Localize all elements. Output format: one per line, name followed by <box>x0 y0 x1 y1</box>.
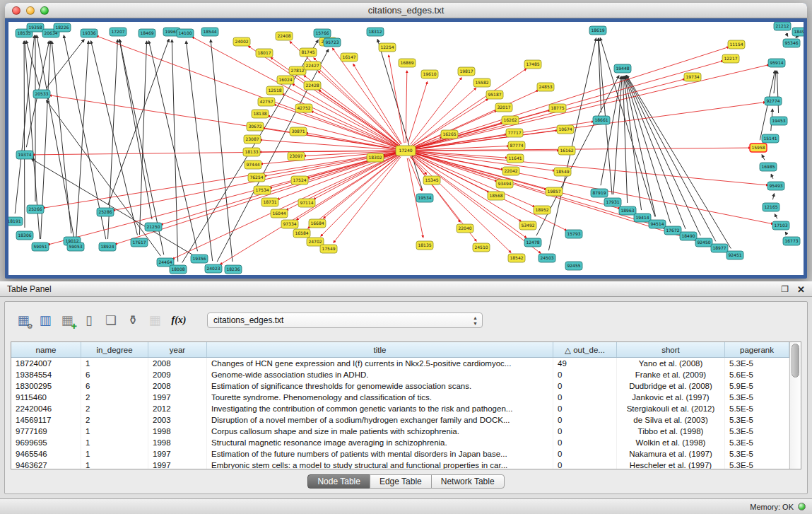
network-node[interactable]: 16584 <box>293 229 310 238</box>
network-node[interactable]: 87919 <box>591 189 608 197</box>
network-node[interactable]: 32017 <box>495 103 512 112</box>
network-node[interactable]: 17485 <box>524 60 541 69</box>
network-node[interactable]: 16773 <box>783 237 800 245</box>
network-node[interactable]: 15958 <box>750 144 767 152</box>
network-node[interactable]: 12518 <box>266 86 283 95</box>
network-node[interactable]: 30672 <box>247 122 264 131</box>
network-node[interactable]: 76254 <box>248 173 265 182</box>
network-node[interactable]: 24510 <box>473 243 490 252</box>
network-node[interactable]: 97444 <box>245 160 261 169</box>
network-node[interactable]: 18490 <box>680 232 697 240</box>
table-row[interactable]: 1456911722003Disruption of a novel membe… <box>11 414 789 426</box>
network-node[interactable]: 87774 <box>508 141 525 150</box>
network-node[interactable]: 16265 <box>441 130 458 139</box>
network-node[interactable]: 92774 <box>765 97 782 105</box>
network-node[interactable]: 15793 <box>565 230 582 238</box>
function-builder-icon[interactable]: f(x) <box>168 312 189 329</box>
table-row[interactable]: 2242004622012Investigating the contribut… <box>11 403 789 414</box>
sheet-selector-dropdown[interactable]: citations_edges.txt ▲ ▼ <box>207 313 483 328</box>
zoom-button[interactable] <box>40 6 49 15</box>
network-node[interactable]: 92451 <box>726 251 743 259</box>
network-node[interactable]: 16162 <box>558 146 575 155</box>
network-node[interactable]: 18133 <box>243 148 260 156</box>
column-chooser-icon[interactable]: ▥ <box>37 312 54 329</box>
network-node[interactable]: 19358 <box>27 23 44 32</box>
network-node[interactable]: 97114 <box>298 199 315 207</box>
network-node[interactable]: 25266 <box>27 205 44 214</box>
network-node[interactable]: 59053 <box>67 243 84 251</box>
network-node[interactable]: 24023 <box>205 264 222 273</box>
network-node[interactable]: 18661 <box>593 116 610 124</box>
network-node[interactable]: 15582 <box>473 78 490 87</box>
network-node[interactable]: 16262 <box>502 116 519 124</box>
network-node[interactable]: 18977 <box>711 244 728 252</box>
network-node[interactable]: 23097 <box>288 152 305 160</box>
network-node[interactable]: 17524 <box>291 176 308 185</box>
network-node[interactable]: 92450 <box>695 238 712 247</box>
network-node[interactable]: 17617 <box>131 238 148 247</box>
network-node[interactable]: 18619 <box>589 26 606 35</box>
network-node[interactable]: 17534 <box>254 186 271 194</box>
network-node[interactable]: 14100 <box>177 29 194 37</box>
network-node[interactable]: 18138 <box>252 110 269 118</box>
network-node[interactable]: 18226 <box>54 23 71 32</box>
merge-table-icon[interactable]: ▦ <box>146 312 163 329</box>
network-node[interactable]: 95914 <box>768 59 785 67</box>
network-node[interactable]: 19610 <box>421 70 438 78</box>
table-row[interactable]: 1872400712008Changes of HCN gene express… <box>11 358 789 370</box>
column-header-title[interactable]: title <box>207 342 553 358</box>
network-node[interactable]: 95187 <box>486 90 503 99</box>
network-node[interactable]: 19817 <box>458 67 475 76</box>
network-node[interactable]: 16869 <box>399 59 416 67</box>
table-settings-icon[interactable]: ▦⚙ <box>15 312 32 329</box>
network-node[interactable]: 16024 <box>277 76 294 84</box>
table-row[interactable]: 977716911998Corpus callosum shape and si… <box>11 426 789 437</box>
table-row[interactable]: 1938455462009Genome-wide association stu… <box>11 369 789 380</box>
network-node[interactable]: 12254 <box>379 43 396 52</box>
network-node[interactable]: 24853 <box>537 83 554 91</box>
network-node[interactable]: 42757 <box>258 98 275 106</box>
network-node[interactable]: 17931 <box>604 198 621 206</box>
network-node[interactable]: 22408 <box>276 32 293 40</box>
table-row[interactable]: 969969511998Structural magnetic resonanc… <box>11 437 789 448</box>
float-panel-icon[interactable]: ❐ <box>781 284 789 294</box>
table-row[interactable]: 911546021997Tourette syndrome. Phenomeno… <box>11 392 789 403</box>
network-node[interactable]: 18191 <box>8 217 23 226</box>
network-node[interactable]: 22428 <box>304 81 321 90</box>
network-node[interactable]: 12165 <box>763 203 779 211</box>
network-node[interactable]: 59051 <box>32 243 49 251</box>
network-node[interactable]: 95346 <box>783 39 800 47</box>
tab-edge-table[interactable]: Edge Table <box>370 474 432 489</box>
scrollbar-thumb[interactable] <box>792 344 799 378</box>
table-vertical-scrollbar[interactable] <box>789 342 801 469</box>
network-node[interactable]: 18135 <box>416 241 433 250</box>
column-header-out_de[interactable]: △ out_de... <box>553 342 617 358</box>
network-node[interactable]: 92455 <box>565 262 582 270</box>
network-node[interactable]: 19374 <box>16 151 33 159</box>
network-node[interactable]: 17549 <box>320 245 337 253</box>
network-node[interactable]: 18493 <box>792 28 804 36</box>
network-node[interactable]: 15766 <box>314 29 331 37</box>
network-node[interactable]: 27812 <box>289 66 306 75</box>
network-node[interactable]: 19356 <box>191 255 208 263</box>
network-node[interactable]: 15345 <box>423 176 440 185</box>
network-node[interactable]: 19857 <box>546 187 563 196</box>
network-node[interactable]: 16985 <box>760 163 777 171</box>
column-header-short[interactable]: short <box>617 342 725 358</box>
close-panel-icon[interactable]: ✕ <box>797 284 805 295</box>
network-node[interactable]: 19734 <box>684 73 701 81</box>
close-button[interactable] <box>12 6 20 15</box>
network-node[interactable]: 12478 <box>524 238 541 247</box>
network-node[interactable]: 94514 <box>649 220 666 228</box>
network-node[interactable]: 18549 <box>554 168 571 176</box>
network-node[interactable]: 95723 <box>324 38 341 47</box>
network-node[interactable]: 17672 <box>664 226 681 235</box>
network-node[interactable]: 18924 <box>99 243 116 251</box>
import-table-icon[interactable]: ▦✚ <box>59 312 76 329</box>
tab-node-table[interactable]: Node Table <box>307 474 370 489</box>
network-node[interactable]: 18306 <box>16 231 33 240</box>
network-node[interactable]: 18312 <box>367 28 384 36</box>
network-node[interactable]: 18952 <box>534 206 551 214</box>
network-node[interactable]: 17207 <box>110 28 126 36</box>
network-node[interactable]: 15141 <box>762 134 779 143</box>
